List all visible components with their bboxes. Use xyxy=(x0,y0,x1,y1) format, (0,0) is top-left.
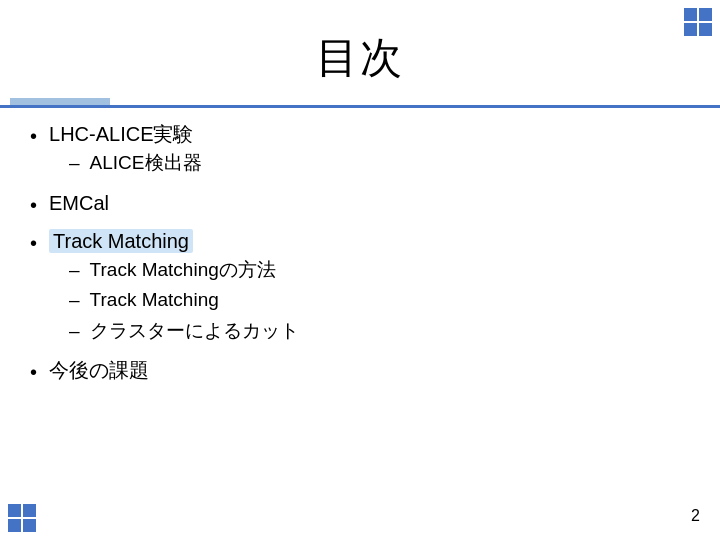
sub-item-text: ALICE検出器 xyxy=(90,150,202,177)
list-item-content: LHC-ALICE実験 – ALICE検出器 xyxy=(49,120,202,181)
main-list: • LHC-ALICE実験 – ALICE検出器 • EMCal xyxy=(30,120,690,386)
sub-list-item: – ALICE検出器 xyxy=(69,150,202,177)
sub-item-text: クラスターによるカット xyxy=(90,318,299,345)
deco-square xyxy=(699,8,712,21)
list-item-text-highlighted: Track Matching xyxy=(49,229,193,253)
title-accent-bar xyxy=(0,105,720,108)
list-item: • EMCal xyxy=(30,189,690,219)
sub-list: – Track Matchingの方法 – Track Matching – ク… xyxy=(69,257,299,345)
sub-list-item: – Track Matchingの方法 xyxy=(69,257,299,284)
sub-dash: – xyxy=(69,287,80,314)
deco-square xyxy=(8,519,21,532)
title-section: 目次 xyxy=(0,30,720,86)
deco-square xyxy=(684,8,697,21)
bullet-dot: • xyxy=(30,358,37,386)
deco-square xyxy=(23,519,36,532)
list-item-text: LHC-ALICE実験 xyxy=(49,123,193,145)
slide: 目次 • LHC-ALICE実験 – ALICE検出器 xyxy=(0,0,720,540)
list-item-text: EMCal xyxy=(49,189,109,217)
bullet-dot: • xyxy=(30,191,37,219)
list-item-content: Track Matching – Track Matchingの方法 – Tra… xyxy=(49,227,299,349)
page-number: 2 xyxy=(691,507,700,525)
sub-item-text: Track Matching xyxy=(90,287,219,314)
list-item: • LHC-ALICE実験 – ALICE検出器 xyxy=(30,120,690,181)
sub-dash: – xyxy=(69,318,80,345)
content-section: • LHC-ALICE実験 – ALICE検出器 • EMCal xyxy=(30,120,690,394)
deco-square xyxy=(8,504,21,517)
slide-title: 目次 xyxy=(0,30,720,86)
bullet-dot: • xyxy=(30,122,37,150)
list-item-text: 今後の課題 xyxy=(49,356,149,384)
sub-list-item: – Track Matching xyxy=(69,287,299,314)
bullet-dot: • xyxy=(30,229,37,257)
deco-square xyxy=(23,504,36,517)
deco-bottom-left xyxy=(8,504,36,532)
list-item: • Track Matching – Track Matchingの方法 – T… xyxy=(30,227,690,349)
sub-list-item: – クラスターによるカット xyxy=(69,318,299,345)
sub-list: – ALICE検出器 xyxy=(69,150,202,177)
sub-item-text: Track Matchingの方法 xyxy=(90,257,276,284)
sub-dash: – xyxy=(69,150,80,177)
list-item: • 今後の課題 xyxy=(30,356,690,386)
sub-dash: – xyxy=(69,257,80,284)
